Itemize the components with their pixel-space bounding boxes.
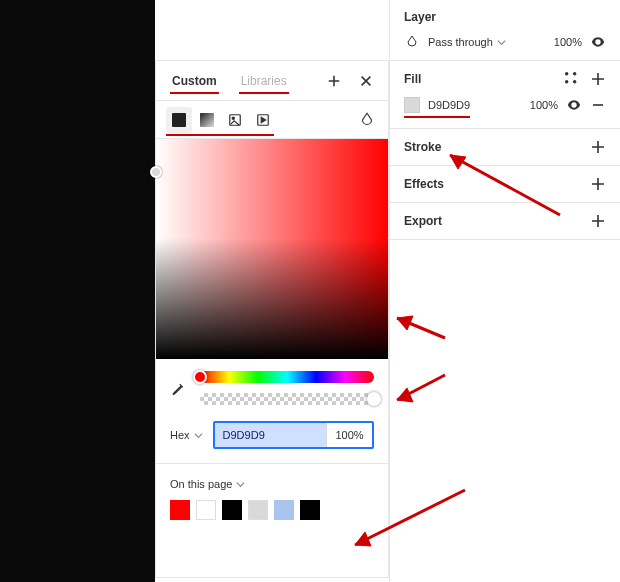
close-icon — [359, 74, 373, 88]
stroke-title: Stroke — [404, 140, 441, 154]
svg-point-2 — [565, 80, 568, 83]
chevron-down-icon — [194, 431, 203, 440]
hue-slider[interactable] — [200, 371, 374, 383]
add-effect-icon[interactable] — [590, 176, 606, 192]
svg-point-5 — [232, 117, 234, 119]
canvas-area[interactable] — [0, 0, 155, 582]
saturation-value-field[interactable] — [156, 139, 388, 359]
blend-icon — [404, 34, 420, 50]
sv-thumb[interactable] — [150, 166, 162, 178]
fill-opacity[interactable]: 100% — [478, 99, 558, 111]
layer-section: Layer Pass through 100% — [390, 0, 620, 61]
blend-mode-dropdown[interactable]: Pass through — [428, 36, 506, 48]
effects-title: Effects — [404, 177, 444, 191]
chevron-down-icon — [236, 480, 245, 489]
add-export-icon[interactable] — [590, 213, 606, 229]
page-swatch[interactable] — [196, 500, 216, 520]
page-swatch[interactable] — [300, 500, 320, 520]
paint-mode-row — [156, 101, 388, 139]
export-section: Export — [390, 203, 620, 240]
fill-swatch[interactable] — [404, 97, 420, 113]
alpha-thumb[interactable] — [367, 392, 381, 406]
page-swatch[interactable] — [170, 500, 190, 520]
annotation-underline — [166, 134, 274, 136]
add-stroke-icon[interactable] — [590, 139, 606, 155]
alpha-slider[interactable] — [200, 393, 374, 405]
color-picker-popover: Custom Libraries — [155, 60, 389, 578]
mode-image[interactable] — [222, 107, 248, 133]
color-model-dropdown[interactable]: Hex — [170, 429, 203, 441]
fill-section: Fill D9D9D9 100% — [390, 61, 620, 129]
mode-solid[interactable] — [166, 107, 192, 133]
annotation-underline — [404, 116, 470, 118]
tab-custom[interactable]: Custom — [170, 70, 219, 94]
tab-libraries[interactable]: Libraries — [239, 70, 289, 94]
remove-fill-icon[interactable] — [590, 97, 606, 113]
blend-droplet-icon[interactable] — [358, 111, 376, 129]
close-button[interactable] — [352, 67, 380, 95]
eyedropper-icon[interactable] — [170, 379, 188, 397]
export-title: Export — [404, 214, 442, 228]
plus-icon — [327, 74, 341, 88]
style-grid-icon[interactable] — [564, 71, 580, 87]
layer-opacity[interactable]: 100% — [514, 36, 582, 48]
hex-label: Hex — [170, 429, 190, 441]
mode-gradient[interactable] — [194, 107, 220, 133]
blend-mode-label: Pass through — [428, 36, 493, 48]
hue-thumb[interactable] — [193, 370, 207, 384]
fill-hex[interactable]: D9D9D9 — [428, 99, 470, 111]
add-fill-icon[interactable] — [590, 71, 606, 87]
fill-title: Fill — [404, 72, 421, 86]
hex-input[interactable]: D9D9D9 — [215, 423, 326, 447]
video-icon — [256, 113, 270, 127]
effects-section: Effects — [390, 166, 620, 203]
page-swatch[interactable] — [248, 500, 268, 520]
opacity-input[interactable]: 100% — [326, 423, 372, 447]
properties-panel: Layer Pass through 100% Fill D9D9D9 100% — [389, 0, 620, 582]
page-colors-label: On this page — [170, 478, 232, 490]
hex-input-group: D9D9D9 100% — [213, 421, 374, 449]
layer-title: Layer — [404, 10, 436, 24]
image-icon — [228, 113, 242, 127]
visibility-icon[interactable] — [590, 34, 606, 50]
chevron-down-icon — [497, 38, 506, 47]
stroke-section: Stroke — [390, 129, 620, 166]
mode-video[interactable] — [250, 107, 276, 133]
page-swatch[interactable] — [222, 500, 242, 520]
svg-point-3 — [573, 80, 576, 83]
svg-point-0 — [565, 72, 568, 75]
page-swatch[interactable] — [274, 500, 294, 520]
page-swatch-row — [170, 500, 374, 520]
svg-point-1 — [573, 72, 576, 75]
add-style-button[interactable] — [320, 67, 348, 95]
page-colors-dropdown[interactable]: On this page — [170, 478, 374, 490]
fill-visibility-icon[interactable] — [566, 97, 582, 113]
